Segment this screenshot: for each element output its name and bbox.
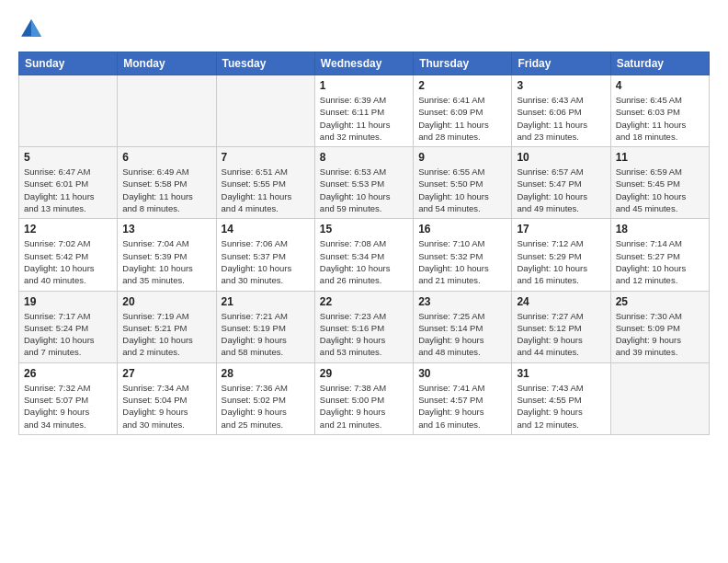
day-cell: 31Sunrise: 7:43 AM Sunset: 4:55 PM Dayli… (512, 362, 610, 434)
day-info: Sunrise: 6:53 AM Sunset: 5:53 PM Dayligh… (320, 166, 408, 214)
week-row-2: 12Sunrise: 7:02 AM Sunset: 5:42 PM Dayli… (19, 219, 710, 291)
day-info: Sunrise: 7:06 AM Sunset: 5:37 PM Dayligh… (222, 237, 310, 286)
day-number: 1 (320, 79, 408, 92)
day-cell: 29Sunrise: 7:38 AM Sunset: 5:00 PM Dayli… (314, 362, 413, 434)
day-info: Sunrise: 6:51 AM Sunset: 5:55 PM Dayligh… (222, 166, 310, 214)
calendar: SundayMondayTuesdayWednesdayThursdayFrid… (18, 52, 710, 435)
day-info: Sunrise: 6:45 AM Sunset: 6:03 PM Dayligh… (616, 94, 704, 143)
day-header-friday: Friday (512, 52, 610, 75)
day-info: Sunrise: 7:36 AM Sunset: 5:02 PM Dayligh… (222, 382, 310, 431)
day-info: Sunrise: 7:19 AM Sunset: 5:21 PM Dayligh… (122, 310, 210, 359)
day-number: 30 (418, 367, 506, 380)
svg-marker-1 (31, 19, 41, 37)
day-info: Sunrise: 7:25 AM Sunset: 5:14 PM Dayligh… (418, 310, 506, 359)
logo-icon (18, 17, 44, 42)
day-number: 24 (517, 295, 605, 308)
day-number: 4 (616, 79, 704, 92)
day-cell: 25Sunrise: 7:30 AM Sunset: 5:09 PM Dayli… (610, 291, 709, 362)
day-number: 6 (122, 151, 210, 164)
day-number: 29 (320, 367, 408, 380)
day-cell: 7Sunrise: 6:51 AM Sunset: 5:55 PM Daylig… (216, 147, 314, 219)
day-header-tuesday: Tuesday (216, 52, 314, 75)
week-row-0: 1Sunrise: 6:39 AM Sunset: 6:11 PM Daylig… (19, 75, 710, 147)
day-cell: 22Sunrise: 7:23 AM Sunset: 5:16 PM Dayli… (314, 291, 413, 362)
day-cell: 15Sunrise: 7:08 AM Sunset: 5:34 PM Dayli… (314, 219, 413, 291)
day-cell: 8Sunrise: 6:53 AM Sunset: 5:53 PM Daylig… (314, 147, 413, 219)
day-number: 15 (320, 223, 408, 236)
day-info: Sunrise: 6:43 AM Sunset: 6:06 PM Dayligh… (517, 94, 605, 143)
header-row: SundayMondayTuesdayWednesdayThursdayFrid… (19, 52, 710, 75)
day-number: 18 (616, 223, 704, 236)
day-number: 31 (517, 367, 605, 380)
day-info: Sunrise: 6:57 AM Sunset: 5:47 PM Dayligh… (517, 166, 605, 214)
day-cell: 14Sunrise: 7:06 AM Sunset: 5:37 PM Dayli… (216, 219, 314, 291)
day-info: Sunrise: 7:32 AM Sunset: 5:07 PM Dayligh… (24, 382, 112, 431)
day-cell (610, 362, 709, 434)
calendar-body: 1Sunrise: 6:39 AM Sunset: 6:11 PM Daylig… (19, 75, 710, 435)
day-info: Sunrise: 6:39 AM Sunset: 6:11 PM Dayligh… (320, 94, 408, 143)
day-number: 28 (222, 367, 310, 380)
day-info: Sunrise: 6:41 AM Sunset: 6:09 PM Dayligh… (418, 94, 506, 143)
day-cell: 28Sunrise: 7:36 AM Sunset: 5:02 PM Dayli… (216, 362, 314, 434)
day-cell: 3Sunrise: 6:43 AM Sunset: 6:06 PM Daylig… (512, 75, 610, 147)
day-header-sunday: Sunday (19, 52, 118, 75)
day-number: 12 (24, 223, 112, 236)
day-number: 16 (418, 223, 506, 236)
day-number: 22 (320, 295, 408, 308)
day-info: Sunrise: 7:43 AM Sunset: 4:55 PM Dayligh… (517, 382, 605, 431)
day-info: Sunrise: 7:38 AM Sunset: 5:00 PM Dayligh… (320, 382, 408, 431)
day-number: 8 (320, 151, 408, 164)
calendar-header: SundayMondayTuesdayWednesdayThursdayFrid… (19, 52, 710, 75)
day-info: Sunrise: 7:27 AM Sunset: 5:12 PM Dayligh… (517, 310, 605, 359)
header (18, 17, 710, 42)
day-cell: 18Sunrise: 7:14 AM Sunset: 5:27 PM Dayli… (610, 219, 709, 291)
day-header-saturday: Saturday (610, 52, 709, 75)
day-number: 3 (517, 79, 605, 92)
day-cell: 16Sunrise: 7:10 AM Sunset: 5:32 PM Dayli… (414, 219, 512, 291)
day-cell: 19Sunrise: 7:17 AM Sunset: 5:24 PM Dayli… (19, 291, 118, 362)
day-info: Sunrise: 7:23 AM Sunset: 5:16 PM Dayligh… (320, 310, 408, 359)
day-number: 17 (517, 223, 605, 236)
logo (18, 17, 48, 42)
day-cell: 21Sunrise: 7:21 AM Sunset: 5:19 PM Dayli… (216, 291, 314, 362)
day-cell: 30Sunrise: 7:41 AM Sunset: 4:57 PM Dayli… (414, 362, 512, 434)
day-cell: 2Sunrise: 6:41 AM Sunset: 6:09 PM Daylig… (414, 75, 512, 147)
day-cell: 4Sunrise: 6:45 AM Sunset: 6:03 PM Daylig… (610, 75, 709, 147)
day-info: Sunrise: 6:59 AM Sunset: 5:45 PM Dayligh… (616, 166, 704, 214)
week-row-4: 26Sunrise: 7:32 AM Sunset: 5:07 PM Dayli… (19, 362, 710, 434)
day-number: 19 (24, 295, 112, 308)
day-cell: 17Sunrise: 7:12 AM Sunset: 5:29 PM Dayli… (512, 219, 610, 291)
day-cell: 20Sunrise: 7:19 AM Sunset: 5:21 PM Dayli… (118, 291, 216, 362)
day-cell (216, 75, 314, 147)
day-info: Sunrise: 7:10 AM Sunset: 5:32 PM Dayligh… (418, 237, 506, 286)
day-cell: 11Sunrise: 6:59 AM Sunset: 5:45 PM Dayli… (610, 147, 709, 219)
day-number: 20 (122, 295, 210, 308)
day-cell: 24Sunrise: 7:27 AM Sunset: 5:12 PM Dayli… (512, 291, 610, 362)
week-row-3: 19Sunrise: 7:17 AM Sunset: 5:24 PM Dayli… (19, 291, 710, 362)
day-cell (19, 75, 118, 147)
day-info: Sunrise: 7:08 AM Sunset: 5:34 PM Dayligh… (320, 237, 408, 286)
day-cell: 1Sunrise: 6:39 AM Sunset: 6:11 PM Daylig… (314, 75, 413, 147)
day-cell: 13Sunrise: 7:04 AM Sunset: 5:39 PM Dayli… (118, 219, 216, 291)
day-cell: 9Sunrise: 6:55 AM Sunset: 5:50 PM Daylig… (414, 147, 512, 219)
day-info: Sunrise: 7:14 AM Sunset: 5:27 PM Dayligh… (616, 237, 704, 286)
day-number: 5 (24, 151, 112, 164)
week-row-1: 5Sunrise: 6:47 AM Sunset: 6:01 PM Daylig… (19, 147, 710, 219)
day-cell: 12Sunrise: 7:02 AM Sunset: 5:42 PM Dayli… (19, 219, 118, 291)
day-number: 13 (122, 223, 210, 236)
day-info: Sunrise: 7:30 AM Sunset: 5:09 PM Dayligh… (616, 310, 704, 359)
day-cell: 27Sunrise: 7:34 AM Sunset: 5:04 PM Dayli… (118, 362, 216, 434)
day-number: 27 (122, 367, 210, 380)
day-info: Sunrise: 7:21 AM Sunset: 5:19 PM Dayligh… (222, 310, 310, 359)
day-number: 2 (418, 79, 506, 92)
day-number: 14 (222, 223, 310, 236)
day-number: 23 (418, 295, 506, 308)
day-number: 10 (517, 151, 605, 164)
day-info: Sunrise: 6:47 AM Sunset: 6:01 PM Dayligh… (24, 166, 112, 214)
day-header-wednesday: Wednesday (314, 52, 413, 75)
day-info: Sunrise: 7:02 AM Sunset: 5:42 PM Dayligh… (24, 237, 112, 286)
day-cell: 5Sunrise: 6:47 AM Sunset: 6:01 PM Daylig… (19, 147, 118, 219)
day-info: Sunrise: 7:04 AM Sunset: 5:39 PM Dayligh… (122, 237, 210, 286)
day-cell: 10Sunrise: 6:57 AM Sunset: 5:47 PM Dayli… (512, 147, 610, 219)
page: SundayMondayTuesdayWednesdayThursdayFrid… (0, 0, 728, 563)
